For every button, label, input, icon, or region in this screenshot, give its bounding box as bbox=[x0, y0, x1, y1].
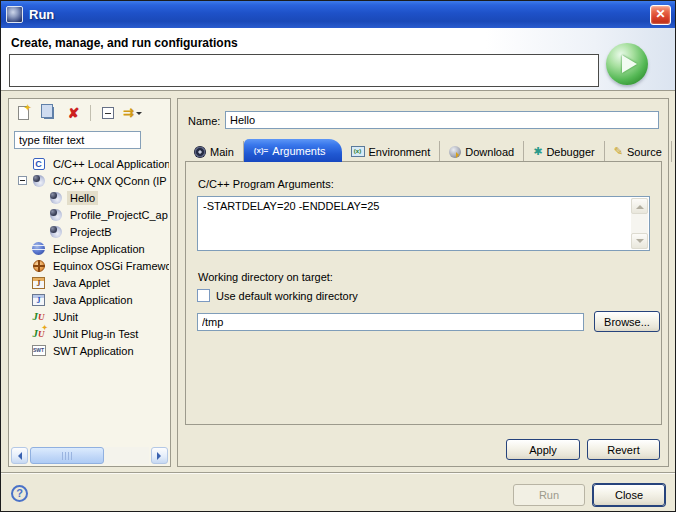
play-icon bbox=[622, 55, 637, 73]
working-directory-input[interactable] bbox=[197, 313, 584, 331]
debugger-icon: ✱ bbox=[533, 146, 542, 157]
new-config-icon: ✦ bbox=[18, 106, 29, 120]
apply-button-label: Apply bbox=[529, 444, 557, 456]
down-arrow-icon bbox=[636, 239, 644, 247]
help-button[interactable]: ? bbox=[11, 485, 28, 502]
run-button-label: Run bbox=[539, 489, 559, 501]
tab-label: Source bbox=[627, 146, 662, 158]
message-area bbox=[9, 54, 599, 87]
tree-item-junit[interactable]: JUJUnit bbox=[10, 308, 169, 325]
tree-item-equinox-osgi-framewo[interactable]: Equinox OSGi Framewo bbox=[10, 257, 169, 274]
working-directory-label: Working directory on target: bbox=[198, 271, 333, 283]
tab-label: Environment bbox=[369, 146, 431, 158]
tree-item-label: Hello bbox=[67, 191, 98, 205]
java-applet-icon: J bbox=[31, 276, 46, 290]
duplicate-config-button[interactable] bbox=[40, 104, 57, 121]
use-default-checkbox[interactable] bbox=[197, 289, 210, 302]
eclipse-icon bbox=[31, 242, 46, 256]
name-input[interactable] bbox=[225, 111, 659, 129]
arguments-tab-content: C/C++ Program Arguments: -STARTDELAY=20 … bbox=[185, 161, 662, 425]
dropdown-arrow-icon bbox=[136, 112, 142, 118]
arguments-vertical-scrollbar[interactable] bbox=[631, 198, 648, 249]
up-arrow-icon bbox=[636, 201, 644, 209]
tab-debugger[interactable]: ✱Debugger bbox=[524, 141, 605, 162]
environment-icon: (x) bbox=[351, 146, 365, 157]
browse-button-label: Browse... bbox=[604, 316, 650, 328]
collapse-all-button[interactable] bbox=[99, 104, 116, 121]
tree-item-projectb[interactable]: ProjectB bbox=[10, 223, 169, 240]
new-config-button[interactable]: ✦ bbox=[15, 104, 32, 121]
junit-plugin-icon: JU bbox=[31, 327, 46, 341]
scroll-right-button[interactable] bbox=[151, 447, 168, 464]
star-icon: ✦ bbox=[24, 102, 32, 113]
close-button[interactable]: Close bbox=[593, 484, 665, 506]
tab-label: Main bbox=[210, 146, 234, 158]
tab-label: Arguments bbox=[272, 145, 325, 157]
tree-item-hello[interactable]: Hello bbox=[10, 189, 169, 206]
filter-input[interactable] bbox=[14, 131, 141, 149]
tab-environment[interactable]: (x)Environment bbox=[342, 141, 441, 162]
delete-config-button[interactable]: ✘ bbox=[65, 104, 82, 121]
tree-item-junit-plug-in-test[interactable]: JUJUnit Plug-in Test bbox=[10, 325, 169, 342]
tab-overflow[interactable]: »2 bbox=[672, 141, 676, 162]
config-tree: CC/C++ Local ApplicationC/C++ QNX QConn … bbox=[10, 155, 169, 444]
tree-item-label: Eclipse Application bbox=[50, 242, 148, 256]
tab-source[interactable]: ✎Source bbox=[605, 141, 672, 162]
run-graphic-button[interactable] bbox=[606, 43, 648, 85]
program-arguments-value: -STARTDELAY=20 -ENDDELAY=25 bbox=[203, 200, 379, 212]
use-default-row: Use default working directory bbox=[197, 289, 358, 302]
program-arguments-input[interactable]: -STARTDELAY=20 -ENDDELAY=25 bbox=[197, 196, 650, 251]
tree-item-eclipse-application[interactable]: Eclipse Application bbox=[10, 240, 169, 257]
filter-configs-button[interactable]: ⇉ bbox=[124, 104, 141, 121]
tree-item-c-c-qnx-qconn-ip[interactable]: C/C++ QNX QConn (IP bbox=[10, 172, 169, 189]
configurations-toolbar: ✦ ✘ ⇉ bbox=[9, 99, 170, 126]
c-app-icon: C bbox=[31, 157, 46, 171]
use-default-checkbox-label: Use default working directory bbox=[216, 290, 358, 302]
tree-item-label: C/C++ Local Application bbox=[50, 157, 169, 171]
tree-item-profile-projectc-ap[interactable]: Profile_ProjectC_ap bbox=[10, 206, 169, 223]
scrollbar-track[interactable] bbox=[30, 447, 149, 464]
tab-arguments[interactable]: (x)=Arguments bbox=[244, 139, 342, 162]
tree-item-label: Profile_ProjectC_ap bbox=[67, 208, 169, 222]
name-label: Name: bbox=[188, 115, 220, 127]
scroll-down-button[interactable] bbox=[631, 233, 648, 249]
arguments-icon: (x)= bbox=[254, 146, 268, 156]
revert-button-label: Revert bbox=[607, 444, 639, 456]
apply-button[interactable]: Apply bbox=[506, 439, 580, 460]
program-arguments-label: C/C++ Program Arguments: bbox=[198, 178, 334, 190]
download-icon bbox=[449, 146, 461, 158]
scrollbar-thumb[interactable] bbox=[30, 447, 104, 464]
qnx-icon bbox=[48, 225, 63, 239]
tree-item-java-application[interactable]: JJava Application bbox=[10, 291, 169, 308]
browse-button[interactable]: Browse... bbox=[594, 311, 660, 332]
run-button[interactable]: Run bbox=[513, 484, 585, 506]
config-detail-panel: Name: Main(x)=Arguments(x)EnvironmentDow… bbox=[177, 98, 669, 467]
tab-download[interactable]: Download bbox=[440, 141, 524, 162]
run-configurations-dialog: Run ✕ Create, manage, and run configurat… bbox=[0, 0, 676, 512]
close-button-label: Close bbox=[615, 489, 643, 501]
title-bar: Run ✕ bbox=[1, 1, 675, 28]
tree-item-swt-application[interactable]: SWTSWT Application bbox=[10, 342, 169, 359]
equinox-icon bbox=[31, 259, 46, 273]
main-icon bbox=[194, 146, 206, 158]
tab-label: Debugger bbox=[546, 146, 594, 158]
eclipse-app-icon bbox=[6, 6, 23, 23]
tree-item-label: Java Application bbox=[50, 293, 136, 307]
tree-item-label: C/C++ QNX QConn (IP bbox=[50, 174, 169, 188]
toolbar-separator bbox=[90, 105, 91, 121]
collapse-minus-icon[interactable] bbox=[18, 176, 27, 185]
tab-main[interactable]: Main bbox=[185, 141, 244, 162]
right-arrow-icon bbox=[157, 452, 165, 460]
tree-item-label: JUnit Plug-in Test bbox=[50, 327, 141, 341]
tree-item-c-c-local-application[interactable]: CC/C++ Local Application bbox=[10, 155, 169, 172]
tree-item-java-applet[interactable]: JJava Applet bbox=[10, 274, 169, 291]
dialog-header: Create, manage, and run configurations bbox=[1, 28, 675, 91]
tree-item-label: Equinox OSGi Framewo bbox=[50, 259, 169, 273]
revert-button[interactable]: Revert bbox=[587, 439, 660, 460]
configurations-panel: ✦ ✘ ⇉ CC/C++ Local ApplicationC/C++ QNX … bbox=[8, 98, 171, 467]
qnx-icon bbox=[31, 174, 46, 188]
scroll-up-button[interactable] bbox=[631, 198, 648, 214]
close-window-button[interactable]: ✕ bbox=[650, 5, 671, 25]
scroll-left-button[interactable] bbox=[11, 447, 28, 464]
tree-horizontal-scrollbar[interactable] bbox=[11, 447, 168, 464]
